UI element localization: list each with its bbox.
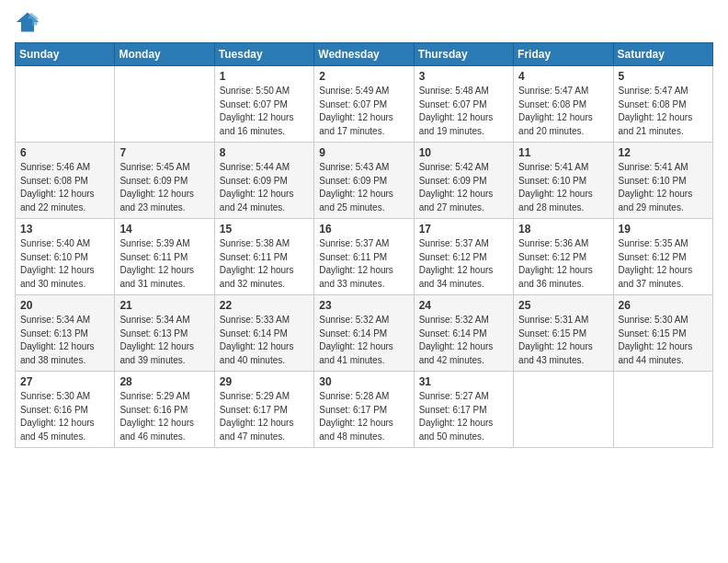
sunset-text: Sunset: 6:08 PM — [619, 98, 708, 112]
logo-icon — [15, 9, 40, 35]
calendar-table: SundayMondayTuesdayWednesdayThursdayFrid… — [15, 42, 713, 448]
daylight-text: Daylight: 12 hours and 47 minutes. — [220, 417, 309, 443]
calendar-cell: 31Sunrise: 5:27 AMSunset: 6:17 PMDayligh… — [414, 372, 513, 448]
day-number: 31 — [419, 375, 508, 388]
sunrise-text: Sunrise: 5:40 AM — [20, 237, 109, 251]
cell-content: Sunrise: 5:41 AMSunset: 6:10 PMDaylight:… — [619, 161, 708, 214]
logo — [15, 9, 44, 35]
cell-content: Sunrise: 5:41 AMSunset: 6:10 PMDaylight:… — [518, 161, 608, 214]
day-number: 27 — [20, 375, 109, 388]
day-number: 9 — [319, 146, 408, 159]
weekday-header-tuesday: Tuesday — [214, 43, 313, 66]
daylight-text: Daylight: 12 hours and 34 minutes. — [419, 264, 508, 291]
sunset-text: Sunset: 6:13 PM — [20, 327, 109, 341]
cell-content: Sunrise: 5:45 AMSunset: 6:09 PMDaylight:… — [119, 161, 209, 214]
daylight-text: Daylight: 12 hours and 43 minutes. — [518, 340, 608, 367]
cell-content: Sunrise: 5:28 AMSunset: 6:17 PMDaylight:… — [319, 390, 408, 443]
sunset-text: Sunset: 6:16 PM — [20, 404, 109, 418]
calendar-cell: 11Sunrise: 5:41 AMSunset: 6:10 PMDayligh… — [514, 143, 613, 219]
daylight-text: Daylight: 12 hours and 42 minutes. — [419, 340, 508, 367]
day-number: 6 — [20, 146, 109, 159]
day-number: 1 — [220, 70, 309, 83]
cell-content: Sunrise: 5:46 AMSunset: 6:08 PMDaylight:… — [20, 161, 109, 214]
cell-content: Sunrise: 5:32 AMSunset: 6:14 PMDaylight:… — [319, 314, 408, 367]
daylight-text: Daylight: 12 hours and 29 minutes. — [619, 188, 708, 214]
cell-content: Sunrise: 5:34 AMSunset: 6:13 PMDaylight:… — [119, 314, 209, 367]
cell-content: Sunrise: 5:39 AMSunset: 6:11 PMDaylight:… — [119, 237, 209, 291]
sunset-text: Sunset: 6:14 PM — [220, 327, 309, 341]
cell-content: Sunrise: 5:38 AMSunset: 6:11 PMDaylight:… — [220, 237, 309, 291]
day-number: 12 — [619, 146, 708, 159]
day-number: 16 — [319, 223, 408, 236]
cell-content: Sunrise: 5:40 AMSunset: 6:10 PMDaylight:… — [20, 237, 109, 291]
calendar-cell: 16Sunrise: 5:37 AMSunset: 6:11 PMDayligh… — [314, 219, 414, 295]
cell-content: Sunrise: 5:37 AMSunset: 6:12 PMDaylight:… — [419, 237, 508, 291]
calendar-cell: 6Sunrise: 5:46 AMSunset: 6:08 PMDaylight… — [16, 143, 115, 219]
sunset-text: Sunset: 6:11 PM — [220, 251, 309, 265]
sunrise-text: Sunrise: 5:31 AM — [518, 314, 608, 327]
weekday-header-wednesday: Wednesday — [314, 43, 414, 66]
day-number: 5 — [619, 70, 708, 83]
daylight-text: Daylight: 12 hours and 48 minutes. — [319, 417, 408, 443]
daylight-text: Daylight: 12 hours and 16 minutes. — [220, 111, 309, 138]
daylight-text: Daylight: 12 hours and 40 minutes. — [220, 340, 309, 367]
calendar-cell: 12Sunrise: 5:41 AMSunset: 6:10 PMDayligh… — [613, 143, 712, 219]
sunrise-text: Sunrise: 5:39 AM — [119, 237, 209, 251]
daylight-text: Daylight: 12 hours and 50 minutes. — [419, 417, 508, 443]
cell-content: Sunrise: 5:31 AMSunset: 6:15 PMDaylight:… — [518, 314, 608, 367]
sunset-text: Sunset: 6:09 PM — [220, 175, 309, 189]
sunrise-text: Sunrise: 5:41 AM — [619, 161, 708, 175]
weekday-header-saturday: Saturday — [613, 43, 712, 66]
daylight-text: Daylight: 12 hours and 19 minutes. — [419, 111, 508, 138]
day-number: 13 — [20, 223, 109, 236]
calendar-cell: 1Sunrise: 5:50 AMSunset: 6:07 PMDaylight… — [214, 66, 313, 143]
sunrise-text: Sunrise: 5:46 AM — [20, 161, 109, 175]
daylight-text: Daylight: 12 hours and 36 minutes. — [518, 264, 608, 291]
calendar-cell: 20Sunrise: 5:34 AMSunset: 6:13 PMDayligh… — [16, 295, 115, 372]
cell-content: Sunrise: 5:36 AMSunset: 6:12 PMDaylight:… — [518, 237, 608, 291]
day-number: 4 — [518, 70, 608, 83]
sunset-text: Sunset: 6:15 PM — [518, 327, 608, 341]
day-number: 26 — [619, 299, 708, 312]
sunset-text: Sunset: 6:09 PM — [419, 175, 508, 189]
sunset-text: Sunset: 6:09 PM — [319, 175, 408, 189]
daylight-text: Daylight: 12 hours and 45 minutes. — [20, 417, 109, 443]
day-number: 11 — [518, 146, 608, 159]
calendar-cell — [514, 372, 613, 448]
calendar-cell: 22Sunrise: 5:33 AMSunset: 6:14 PMDayligh… — [214, 295, 313, 372]
calendar-cell: 4Sunrise: 5:47 AMSunset: 6:08 PMDaylight… — [514, 66, 613, 143]
weekday-header-sunday: Sunday — [16, 43, 115, 66]
day-number: 17 — [419, 223, 508, 236]
daylight-text: Daylight: 12 hours and 44 minutes. — [619, 340, 708, 367]
sunrise-text: Sunrise: 5:33 AM — [220, 314, 309, 327]
calendar-cell: 9Sunrise: 5:43 AMSunset: 6:09 PMDaylight… — [314, 143, 414, 219]
sunrise-text: Sunrise: 5:50 AM — [220, 85, 309, 98]
cell-content: Sunrise: 5:33 AMSunset: 6:14 PMDaylight:… — [220, 314, 309, 367]
calendar-cell: 24Sunrise: 5:32 AMSunset: 6:14 PMDayligh… — [414, 295, 513, 372]
sunrise-text: Sunrise: 5:29 AM — [220, 390, 309, 404]
sunset-text: Sunset: 6:07 PM — [319, 98, 408, 112]
cell-content: Sunrise: 5:50 AMSunset: 6:07 PMDaylight:… — [220, 85, 309, 138]
cell-content: Sunrise: 5:44 AMSunset: 6:09 PMDaylight:… — [220, 161, 309, 214]
calendar-cell: 8Sunrise: 5:44 AMSunset: 6:09 PMDaylight… — [214, 143, 313, 219]
calendar-cell: 18Sunrise: 5:36 AMSunset: 6:12 PMDayligh… — [514, 219, 613, 295]
cell-content: Sunrise: 5:37 AMSunset: 6:11 PMDaylight:… — [319, 237, 408, 291]
daylight-text: Daylight: 12 hours and 38 minutes. — [20, 340, 109, 367]
cell-content: Sunrise: 5:30 AMSunset: 6:16 PMDaylight:… — [20, 390, 109, 443]
calendar-cell: 30Sunrise: 5:28 AMSunset: 6:17 PMDayligh… — [314, 372, 414, 448]
sunrise-text: Sunrise: 5:36 AM — [518, 237, 608, 251]
sunrise-text: Sunrise: 5:28 AM — [319, 390, 408, 404]
day-number: 7 — [119, 146, 209, 159]
sunrise-text: Sunrise: 5:29 AM — [119, 390, 209, 404]
calendar-cell: 10Sunrise: 5:42 AMSunset: 6:09 PMDayligh… — [414, 143, 513, 219]
calendar-week-3: 13Sunrise: 5:40 AMSunset: 6:10 PMDayligh… — [16, 219, 713, 295]
daylight-text: Daylight: 12 hours and 41 minutes. — [319, 340, 408, 367]
day-number: 20 — [20, 299, 109, 312]
calendar-cell: 14Sunrise: 5:39 AMSunset: 6:11 PMDayligh… — [115, 219, 214, 295]
day-number: 28 — [119, 375, 209, 388]
sunset-text: Sunset: 6:10 PM — [518, 175, 608, 189]
calendar-week-4: 20Sunrise: 5:34 AMSunset: 6:13 PMDayligh… — [16, 295, 713, 372]
calendar-cell: 3Sunrise: 5:48 AMSunset: 6:07 PMDaylight… — [414, 66, 513, 143]
day-number: 14 — [119, 223, 209, 236]
cell-content: Sunrise: 5:34 AMSunset: 6:13 PMDaylight:… — [20, 314, 109, 367]
